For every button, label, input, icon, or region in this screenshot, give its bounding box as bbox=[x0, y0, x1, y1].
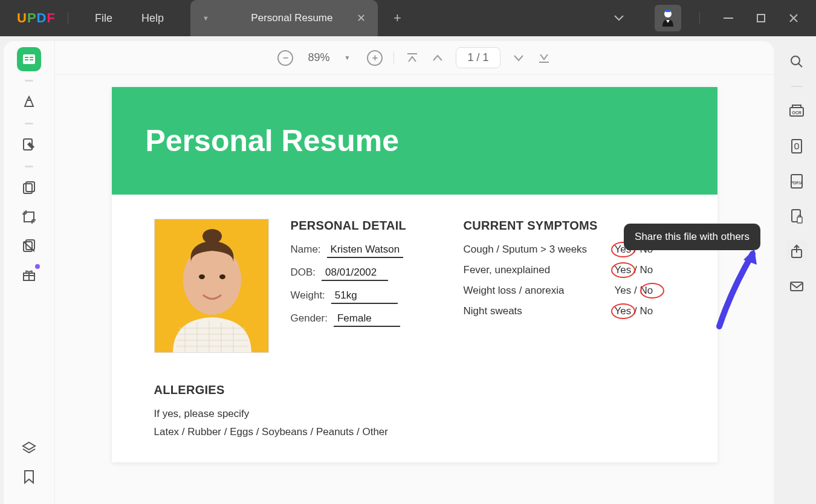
redact-tool[interactable] bbox=[17, 234, 41, 258]
profile-photo bbox=[154, 219, 269, 353]
separator bbox=[25, 166, 33, 167]
email-button[interactable] bbox=[786, 276, 808, 297]
account-avatar-button[interactable] bbox=[655, 5, 681, 31]
svg-rect-8 bbox=[30, 59, 33, 60]
svg-rect-7 bbox=[30, 57, 33, 58]
page-indicator[interactable]: 1 / 1 bbox=[456, 47, 500, 68]
svg-point-19 bbox=[199, 274, 205, 279]
svg-rect-24 bbox=[792, 140, 801, 153]
left-toolbar bbox=[4, 41, 54, 504]
menu-file[interactable]: File bbox=[95, 12, 112, 25]
svg-rect-30 bbox=[791, 282, 803, 291]
gender-value: Female bbox=[334, 312, 400, 327]
document-title: Personal Resume bbox=[146, 123, 400, 158]
highlight-tool[interactable] bbox=[17, 90, 41, 114]
document-tab[interactable]: ▼ Personal Resume ✕ bbox=[190, 0, 378, 36]
search-button[interactable] bbox=[786, 51, 808, 73]
page-separator: / bbox=[476, 51, 479, 63]
document-header: Personal Resume bbox=[112, 87, 717, 195]
convert-button[interactable] bbox=[786, 135, 808, 157]
svg-point-18 bbox=[202, 229, 222, 244]
gender-label: Gender: bbox=[291, 312, 328, 325]
symptom-label: Cough / Sputum > 3 weeks bbox=[464, 244, 615, 256]
allergies-heading: ALLERGIES bbox=[154, 383, 675, 397]
bookmark-tool[interactable] bbox=[17, 465, 41, 489]
separator bbox=[699, 12, 700, 24]
right-toolbar: OCR PDF/A bbox=[777, 41, 816, 504]
symptom-row: Weight loss / anorexia Yes / No bbox=[464, 285, 675, 297]
pdfa-button[interactable]: PDF/A bbox=[786, 170, 808, 192]
svg-text:PDF/A: PDF/A bbox=[791, 181, 803, 185]
close-tab-icon[interactable]: ✕ bbox=[357, 11, 366, 25]
titlebar: UPDF File Help ▼ Personal Resume ✕ + bbox=[0, 0, 816, 36]
symptom-label: Night sweats bbox=[464, 305, 615, 317]
yesno-value: Yes / No bbox=[615, 285, 653, 297]
edit-tool[interactable] bbox=[17, 133, 41, 157]
svg-rect-28 bbox=[797, 217, 802, 223]
zoom-dropdown-icon[interactable]: ▼ bbox=[345, 54, 351, 61]
close-window-button[interactable] bbox=[777, 6, 810, 30]
tab-title: Personal Resume bbox=[227, 12, 357, 24]
protect-button[interactable] bbox=[786, 205, 808, 227]
window-menu-chevron-icon[interactable] bbox=[614, 15, 624, 22]
layers-tool[interactable] bbox=[17, 436, 41, 460]
add-tab-button[interactable]: + bbox=[393, 10, 401, 26]
symptom-label: Weight loss / anorexia bbox=[464, 285, 615, 297]
zoom-level[interactable]: 89% bbox=[308, 51, 329, 64]
first-page-button[interactable] bbox=[405, 53, 419, 63]
dob-label: DOB: bbox=[291, 267, 316, 279]
notification-badge bbox=[35, 264, 40, 269]
name-label: Name: bbox=[291, 244, 321, 256]
separator bbox=[791, 86, 802, 87]
tab-dropdown-icon[interactable]: ▼ bbox=[202, 15, 209, 22]
dob-value: 08/01/2002 bbox=[322, 267, 388, 281]
separator bbox=[25, 80, 33, 82]
app-logo: UPDF bbox=[17, 10, 56, 26]
svg-rect-5 bbox=[25, 57, 28, 58]
crop-tool[interactable] bbox=[17, 205, 41, 229]
share-tooltip: Share this file with others bbox=[624, 224, 760, 250]
svg-point-20 bbox=[219, 274, 225, 279]
maximize-button[interactable] bbox=[745, 6, 777, 30]
organize-tool[interactable] bbox=[17, 176, 41, 200]
yesno-value: Yes / No bbox=[615, 264, 653, 276]
yesno-value: Yes / No bbox=[615, 305, 653, 317]
svg-rect-2 bbox=[724, 18, 733, 19]
document-toolbar: − 89% ▼ + 1 / 1 bbox=[55, 41, 774, 75]
last-page-button[interactable] bbox=[537, 53, 551, 63]
zoom-in-button[interactable]: + bbox=[367, 50, 383, 66]
separator bbox=[393, 51, 394, 65]
separator bbox=[68, 12, 68, 24]
zoom-out-button[interactable]: − bbox=[277, 50, 293, 66]
svg-rect-3 bbox=[757, 15, 765, 22]
svg-rect-1 bbox=[665, 10, 670, 12]
minimize-button[interactable] bbox=[712, 6, 745, 30]
document-page: Personal Resume bbox=[112, 87, 717, 462]
svg-text:OCR: OCR bbox=[792, 111, 801, 115]
next-page-button[interactable] bbox=[511, 54, 526, 62]
current-page: 1 bbox=[467, 51, 473, 63]
prev-page-button[interactable] bbox=[430, 54, 445, 62]
allergies-list: Latex / Rubber / Eggs / Soybeans / Peanu… bbox=[154, 426, 675, 438]
gift-tool[interactable] bbox=[17, 263, 41, 287]
separator bbox=[25, 123, 33, 124]
ocr-button[interactable]: OCR bbox=[786, 100, 808, 122]
svg-rect-6 bbox=[25, 59, 28, 60]
weight-label: Weight: bbox=[291, 289, 325, 302]
symptom-row: Night sweats Yes / No bbox=[464, 305, 675, 317]
allergies-specify-text: If yes, please specify bbox=[154, 408, 675, 420]
share-button[interactable] bbox=[786, 241, 808, 262]
reader-tool[interactable] bbox=[17, 47, 41, 71]
weight-value: 51kg bbox=[331, 289, 398, 304]
name-value: Kristen Watson bbox=[327, 244, 404, 258]
total-pages: 1 bbox=[482, 51, 488, 63]
svg-point-21 bbox=[791, 56, 800, 65]
symptom-label: Fever, unexplained bbox=[464, 264, 615, 276]
menu-help[interactable]: Help bbox=[141, 12, 164, 25]
personal-detail-heading: PERSONAL DETAIL bbox=[291, 219, 442, 233]
symptom-row: Fever, unexplained Yes / No bbox=[464, 264, 675, 276]
